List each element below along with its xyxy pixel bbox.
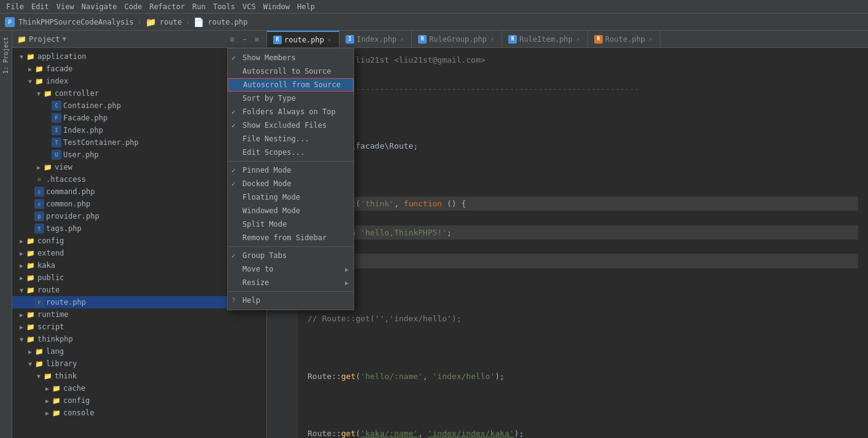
menu-window[interactable]: Window bbox=[260, 1, 293, 12]
panel-dropdown-arrow[interactable]: ▼ bbox=[63, 35, 67, 43]
menu-item-help[interactable]: ? Help bbox=[228, 294, 354, 307]
tab-close-rulegroup[interactable]: ✕ bbox=[489, 35, 495, 43]
tree-label-extend: extend bbox=[37, 249, 64, 257]
menu-item-show-members[interactable]: ✓ Show Members bbox=[228, 51, 354, 65]
tree-item-console[interactable]: ▶ 📁 console bbox=[12, 407, 266, 419]
menu-item-resize[interactable]: Resize ▶ bbox=[228, 276, 354, 289]
label-autoscroll-to: Autoscroll to Source bbox=[242, 67, 331, 76]
menu-item-folders-on-top[interactable]: ✓ Folders Always on Top bbox=[228, 105, 354, 119]
code-editor[interactable]: 19 20 21 22 23 24 25 26 * Author: liu21s… bbox=[267, 48, 868, 438]
menu-item-remove-sidebar[interactable]: Remove from Sidebar bbox=[228, 231, 354, 244]
tab-close-routephp[interactable]: ✕ bbox=[327, 36, 333, 44]
label-docked-mode: Docked Mode bbox=[242, 179, 291, 188]
menu-item-group-tabs[interactable]: ✓ Group Tabs bbox=[228, 249, 354, 262]
breadcrumb-folder-icon: 📁 bbox=[145, 17, 156, 27]
menu-item-sort-by-type[interactable]: Sort by Type bbox=[228, 92, 354, 105]
menu-code[interactable]: Code bbox=[121, 1, 146, 12]
menu-item-floating-mode[interactable]: Floating Mode bbox=[228, 190, 354, 204]
menu-item-edit-scopes[interactable]: Edit Scopes... bbox=[228, 146, 354, 159]
tree-label-command: command.php bbox=[46, 187, 95, 196]
check-pinned-mode: ✓ bbox=[231, 166, 236, 174]
tree-item-cache[interactable]: ▶ 📁 cache bbox=[12, 382, 266, 394]
arrow-move-to: ▶ bbox=[345, 266, 349, 273]
tab-close-ruleitem[interactable]: ✕ bbox=[575, 35, 581, 43]
route-class2: Route bbox=[308, 372, 331, 381]
arrow-cache: ▶ bbox=[43, 385, 52, 392]
menu-item-show-excluded[interactable]: ✓ Show Excluded Files bbox=[228, 119, 354, 132]
breadcrumb-file[interactable]: route.php bbox=[207, 18, 247, 26]
tree-label-config2: config bbox=[63, 396, 90, 405]
breadcrumb-folder[interactable]: route bbox=[160, 18, 182, 26]
menu-item-windowed-mode[interactable]: Windowed Mode bbox=[228, 204, 354, 217]
gear-icon[interactable]: ⚙ bbox=[227, 34, 237, 44]
tabs-bar: R route.php ✕ I Index.php ✕ R RuleGroup.… bbox=[267, 31, 868, 48]
tree-item-thinkphp[interactable]: ▼ 📁 thinkphp bbox=[12, 333, 266, 345]
label-split-mode: Split Mode bbox=[242, 220, 287, 229]
tab-indexphp[interactable]: I Index.php ✕ bbox=[339, 31, 412, 47]
tree-item-script[interactable]: ▶ 📁 script bbox=[12, 321, 266, 333]
tab-ruleitem[interactable]: R RuleItem.php ✕ bbox=[502, 31, 588, 47]
folder-icon-config: 📁 bbox=[26, 236, 36, 246]
folder-icon-runtime: 📁 bbox=[26, 310, 36, 319]
tree-label-facade: facade bbox=[46, 65, 72, 73]
folder-icon-facade: 📁 bbox=[34, 64, 44, 74]
menu-view[interactable]: View bbox=[53, 1, 78, 12]
tab-rulegroup[interactable]: R RuleGroup.php ✕ bbox=[412, 31, 502, 47]
menu-item-autoscroll-from[interactable]: Autoscroll from Source bbox=[228, 78, 354, 92]
str-index-kaka: 'index/index/kaka' bbox=[428, 429, 514, 438]
label-remove-sidebar: Remove from Sidebar bbox=[242, 233, 327, 242]
arrow-console: ▶ bbox=[43, 410, 52, 416]
menu-item-docked-mode[interactable]: ✓ Docked Mode bbox=[228, 177, 354, 190]
tree-label-view: view bbox=[55, 163, 72, 171]
settings-icon[interactable]: ≡ bbox=[252, 34, 262, 44]
tree-item-config2[interactable]: ▶ 📁 config bbox=[12, 394, 266, 407]
tab-routephp[interactable]: R route.php ✕ bbox=[267, 31, 339, 47]
tree-label-public: public bbox=[37, 273, 64, 282]
tab-icon-ruleitem: R bbox=[508, 35, 517, 44]
tab-routeclassphp[interactable]: R Route.php ✕ bbox=[588, 31, 661, 47]
tree-label-runtime: runtime bbox=[37, 310, 69, 319]
collapse-icon[interactable]: − bbox=[239, 34, 249, 44]
label-folders-on-top: Folders Always on Top bbox=[242, 108, 336, 116]
tab-close-indexphp[interactable]: ✕ bbox=[399, 35, 405, 43]
check-show-excluded: ✓ bbox=[231, 122, 236, 130]
menu-navigate[interactable]: Navigate bbox=[78, 1, 121, 12]
menu-item-move-to[interactable]: Move to ▶ bbox=[228, 262, 354, 276]
label-sort-by-type: Sort by Type bbox=[242, 94, 296, 103]
tree-label-controller: controller bbox=[55, 89, 99, 98]
menu-item-file-nesting[interactable]: File Nesting... bbox=[228, 132, 354, 146]
php-icon-facade: F bbox=[52, 113, 61, 123]
tree-label-kaka: kaka bbox=[37, 261, 55, 270]
folder-icon-lang: 📁 bbox=[34, 346, 44, 356]
folder-icon-cache: 📁 bbox=[52, 383, 61, 393]
menu-edit[interactable]: Edit bbox=[28, 1, 53, 12]
menu-item-pinned-mode[interactable]: ✓ Pinned Mode bbox=[228, 163, 354, 177]
tree-item-runtime[interactable]: ▶ 📁 runtime bbox=[12, 308, 266, 321]
label-windowed-mode: Windowed Mode bbox=[242, 206, 300, 215]
tree-label-application: application bbox=[37, 52, 86, 61]
menu-help[interactable]: Help bbox=[293, 1, 319, 12]
menu-vcs[interactable]: VCS bbox=[239, 1, 260, 12]
menu-item-split-mode[interactable]: Split Mode bbox=[228, 217, 354, 231]
menu-item-autoscroll-to[interactable]: Autoscroll to Source bbox=[228, 65, 354, 78]
tab-close-routeclassphp[interactable]: ✕ bbox=[648, 35, 654, 43]
tree-item-lang[interactable]: ▶ 📁 lang bbox=[12, 345, 266, 358]
tree-label-lang: lang bbox=[46, 347, 64, 356]
menu-tools[interactable]: Tools bbox=[209, 1, 239, 12]
menu-run[interactable]: Run bbox=[188, 1, 209, 12]
tree-label-htaccess: .htaccess bbox=[46, 175, 86, 184]
sidebar-project-label[interactable]: 1: Project bbox=[1, 33, 10, 77]
dashed-separator: * --------------------------------------… bbox=[308, 84, 639, 93]
tree-label-script: script bbox=[37, 323, 64, 331]
folder-icon-library: 📁 bbox=[34, 359, 44, 369]
breadcrumb-project[interactable]: ThinkPHPSourceCodeAnalysis bbox=[18, 18, 134, 26]
tree-item-think[interactable]: ▼ 📁 think bbox=[12, 370, 266, 382]
arrow-lang: ▶ bbox=[26, 348, 34, 355]
tree-item-library[interactable]: ▼ 📁 library bbox=[12, 358, 266, 370]
php-icon-provider: p bbox=[34, 211, 44, 221]
arrow-facade: ▶ bbox=[26, 66, 34, 72]
code-content[interactable]: * Author: liu21st <liu21st@gmail.com> * … bbox=[298, 48, 868, 438]
check-group-tabs: ✓ bbox=[231, 252, 236, 260]
menu-file[interactable]: File bbox=[2, 1, 28, 12]
menu-refactor[interactable]: Refactor bbox=[145, 1, 188, 12]
